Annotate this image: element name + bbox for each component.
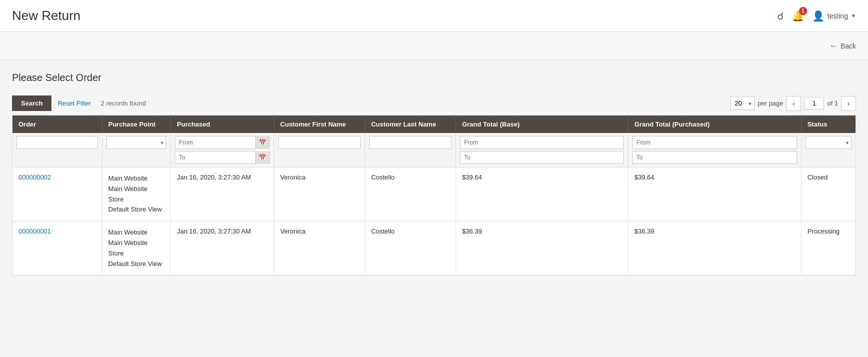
section-title: Please Select Order	[12, 72, 856, 84]
col-header-customer-last-name: Customer Last Name	[365, 116, 456, 134]
filter-status-wrapper: Closed Processing	[806, 136, 852, 149]
prev-page-button[interactable]: ‹	[786, 96, 801, 111]
purchased-to-row: 📅	[175, 151, 270, 164]
purchased-cell-1: Jan 16, 2020, 3:27:30 AM	[171, 222, 274, 276]
chevron-down-icon: ▼	[851, 13, 856, 18]
order-cell-1: 000000001	[12, 222, 102, 276]
table-filter-row: Main Website 📅 📅	[12, 133, 856, 168]
filter-order-input[interactable]	[16, 136, 98, 149]
reset-filter-link[interactable]: Reset Filter	[57, 100, 90, 107]
filter-status-cell: Closed Processing	[801, 133, 856, 168]
page-number-input[interactable]	[804, 97, 824, 110]
of-pages-label: of 1	[827, 100, 838, 107]
grand-total-base-cell-1: $36.39	[456, 222, 628, 276]
user-name: testing	[828, 12, 848, 20]
purchased-from-calendar-icon[interactable]: 📅	[256, 136, 270, 148]
per-page-label: per page	[758, 100, 783, 107]
filter-purchase-point-cell: Main Website	[102, 133, 171, 168]
pagination-controls: 20 30 50 per page ‹ of 1 ›	[730, 96, 856, 111]
col-header-status: Status	[801, 116, 856, 134]
table-row[interactable]: 000000001 Main Website Main Website Stor…	[12, 222, 856, 276]
page-title: New Return	[12, 8, 80, 24]
filter-grand-total-purchased-cell	[628, 133, 801, 168]
filter-customer-first-name-cell	[274, 133, 365, 168]
customer-first-name-cell-1: Veronica	[274, 222, 365, 276]
customer-last-name-cell-1: Costello	[365, 222, 456, 276]
purchased-cell-0: Jan 16, 2020, 3:27:30 AM	[171, 168, 274, 222]
table-body: 000000002 Main Website Main Website Stor…	[12, 168, 856, 276]
table-row[interactable]: 000000002 Main Website Main Website Stor…	[12, 168, 856, 222]
filter-grand-total-purchased-to-input[interactable]	[632, 151, 797, 164]
col-header-purchase-point: Purchase Point	[102, 116, 171, 134]
filter-grand-total-base-from-input[interactable]	[460, 136, 624, 149]
next-page-button[interactable]: ›	[841, 96, 856, 111]
purchased-to-calendar-icon[interactable]: 📅	[256, 152, 270, 164]
back-arrow-icon: ←	[830, 42, 838, 50]
per-page-select[interactable]: 20 30 50	[730, 96, 755, 110]
filter-grand-total-purchased-from-input[interactable]	[632, 136, 797, 149]
filter-grand-total-base-cell	[456, 133, 628, 168]
filter-purchased-cell: 📅 📅	[171, 133, 274, 168]
back-label: Back	[841, 42, 856, 50]
status-cell-1: Processing	[801, 222, 856, 276]
user-menu[interactable]: 👤 testing ▼	[812, 10, 856, 22]
records-found: 2 records found	[101, 100, 146, 107]
notification-badge: 1	[799, 7, 807, 15]
purchased-from-row: 📅	[175, 136, 270, 149]
notification-bell[interactable]: 🔔 1	[792, 10, 804, 22]
back-link[interactable]: ← Back	[830, 42, 856, 50]
order-cell-0: 000000002	[12, 168, 102, 222]
grand-total-purchased-cell-0: $39.64	[628, 168, 801, 222]
filter-customer-last-name-cell	[365, 133, 456, 168]
col-header-order: Order	[12, 116, 102, 134]
filter-customer-first-name-input[interactable]	[278, 136, 361, 149]
purchase-point-cell-1: Main Website Main Website Store Default …	[102, 222, 171, 276]
orders-table: Order Purchase Point Purchased Customer …	[12, 115, 856, 276]
filter-grand-total-base-to-input[interactable]	[460, 151, 624, 164]
header: New Return ☌ 🔔 1 👤 testing ▼	[0, 0, 868, 32]
search-button[interactable]: Search	[12, 96, 51, 111]
filter-customer-last-name-input[interactable]	[369, 136, 451, 149]
filter-order-cell	[12, 133, 102, 168]
grand-total-purchased-cell-1: $36.39	[628, 222, 801, 276]
toolbar: Search Reset Filter 2 records found 20 3…	[12, 92, 856, 115]
filter-purchased-from-input[interactable]	[175, 136, 256, 149]
customer-last-name-cell-0: Costello	[365, 168, 456, 222]
user-avatar-icon: 👤	[812, 10, 825, 22]
table-column-headers: Order Purchase Point Purchased Customer …	[12, 116, 856, 134]
sub-header: ← Back	[0, 32, 868, 60]
main-content: Please Select Order Search Reset Filter …	[0, 60, 868, 276]
col-header-grand-total-base: Grand Total (Base)	[456, 116, 628, 134]
per-page-wrapper: 20 30 50	[730, 96, 755, 110]
col-header-grand-total-purchased: Grand Total (Purchased)	[628, 116, 801, 134]
col-header-customer-first-name: Customer First Name	[274, 116, 365, 134]
filter-purchased-to-input[interactable]	[175, 151, 256, 164]
filter-purchase-point-wrapper: Main Website	[106, 136, 167, 149]
filter-status-select[interactable]: Closed Processing	[806, 136, 852, 149]
header-actions: ☌ 🔔 1 👤 testing ▼	[777, 10, 856, 22]
filter-purchase-point-select[interactable]: Main Website	[106, 136, 167, 149]
grand-total-base-cell-0: $39.64	[456, 168, 628, 222]
customer-first-name-cell-0: Veronica	[274, 168, 365, 222]
order-link-0[interactable]: 000000002	[18, 174, 51, 181]
order-link-1[interactable]: 000000001	[18, 228, 51, 235]
col-header-purchased: Purchased	[171, 116, 274, 134]
search-icon[interactable]: ☌	[777, 10, 784, 22]
purchase-point-cell-0: Main Website Main Website Store Default …	[102, 168, 171, 222]
status-cell-0: Closed	[801, 168, 856, 222]
